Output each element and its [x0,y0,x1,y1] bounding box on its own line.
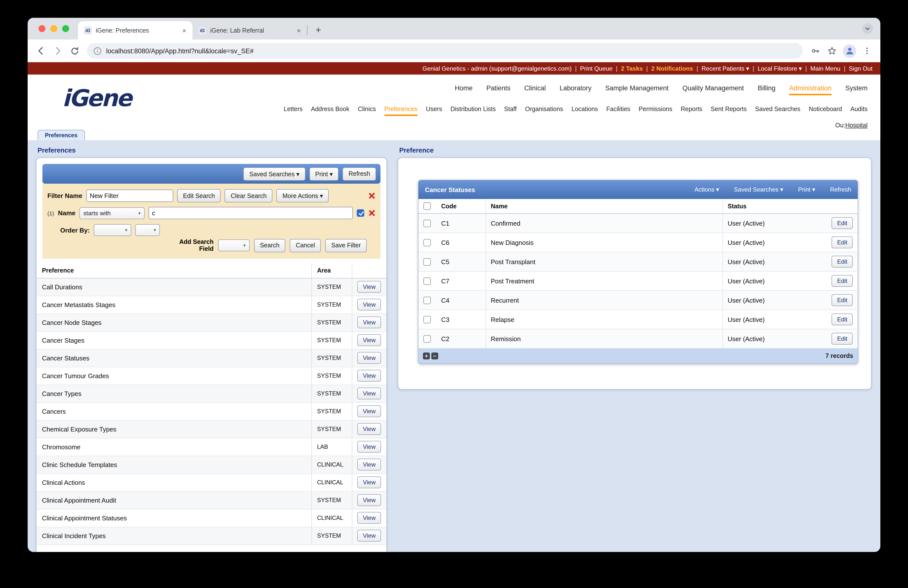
save-filter-button[interactable]: Save Filter [325,239,367,252]
edit-button[interactable]: Edit [832,217,853,229]
secondary-nav-noticeboard[interactable]: Noticeboard [809,106,842,116]
add-row-icon[interactable] [423,353,430,359]
back-icon[interactable] [34,43,48,58]
secondary-nav-address-book[interactable]: Address Book [311,106,349,116]
window-minimize-button[interactable] [50,25,57,32]
new-tab-button[interactable] [311,23,325,37]
primary-nav-system[interactable]: System [845,84,868,95]
tab-close-icon[interactable] [180,26,188,35]
remove-field-icon[interactable] [368,209,375,217]
secondary-nav-preferences[interactable]: Preferences [385,106,418,116]
igene-logo[interactable]: iGene [62,86,131,110]
profile-avatar-icon[interactable] [843,44,856,58]
secondary-nav-sent-reports[interactable]: Sent Reports [711,106,747,116]
view-button[interactable]: View [357,512,381,524]
secondary-nav-audits[interactable]: Audits [850,106,868,116]
edit-button[interactable]: Edit [832,256,853,267]
browser-tab-igene-lab-referral[interactable]: iGene: Lab Referral [192,21,307,40]
row-checkbox[interactable] [423,277,431,285]
edit-button[interactable]: Edit [832,333,853,345]
address-bar[interactable]: localhost:8080/App/App.html?null&locale=… [87,43,803,59]
view-button[interactable]: View [357,352,381,364]
row-checkbox[interactable] [423,297,431,304]
order-by-select[interactable] [94,224,131,236]
view-button[interactable]: View [357,281,381,293]
password-key-icon[interactable] [808,43,823,58]
edit-search-button[interactable]: Edit Search [177,189,221,202]
filter-name-input[interactable] [86,190,173,202]
view-button[interactable]: View [357,459,381,471]
secondary-nav-locations[interactable]: Locations [572,106,598,116]
edit-button[interactable]: Edit [832,237,853,248]
primary-nav-administration[interactable]: Administration [789,84,832,95]
secondary-nav-distribution-lists[interactable]: Distribution Lists [451,106,496,116]
primary-nav-home[interactable]: Home [455,84,473,95]
primary-nav-clinical[interactable]: Clinical [524,84,546,95]
edit-button[interactable]: Edit [832,275,853,287]
reload-icon[interactable] [67,43,82,58]
view-button[interactable]: View [357,441,381,453]
topbar-item-sign-out[interactable]: Sign Out [849,65,873,72]
secondary-nav-staff[interactable]: Staff [504,106,517,116]
primary-nav-quality-management[interactable]: Quality Management [683,84,744,95]
print-action[interactable]: Print ▾ [798,186,815,193]
saved-searches-action[interactable]: Saved Searches ▾ [734,186,783,193]
view-button[interactable]: View [357,388,381,400]
secondary-nav-reports[interactable]: Reports [681,106,702,116]
secondary-nav-letters[interactable]: Letters [284,106,303,116]
topbar-item-main-menu[interactable]: Main Menu [810,65,840,72]
primary-nav-billing[interactable]: Billing [758,84,776,95]
topbar-item-print-queue[interactable]: Print Queue [580,65,612,72]
row-checkbox[interactable] [423,220,431,227]
order-direction-select[interactable] [135,224,160,236]
row-checkbox[interactable] [423,316,431,323]
page-tab-preferences[interactable]: Preferences [37,130,85,140]
topbar-item-2-tasks[interactable]: 2 Tasks [621,65,643,72]
cancel-button[interactable]: Cancel [290,239,321,252]
ou-hospital-link[interactable]: Hospital [845,122,868,129]
view-button[interactable]: View [357,530,381,542]
row-checkbox[interactable] [423,335,431,343]
tab-close-icon[interactable] [295,26,303,35]
row-checkbox[interactable] [423,239,431,246]
secondary-nav-facilities[interactable]: Facilities [606,106,630,116]
topbar-item-local-filestore[interactable]: Local Filestore ▾ [758,65,802,72]
secondary-nav-organisations[interactable]: Organisations [525,106,563,116]
actions-action[interactable]: Actions ▾ [695,186,719,193]
search-value-input[interactable] [148,207,353,219]
bookmark-star-icon[interactable] [824,43,839,58]
secondary-nav-users[interactable]: Users [426,106,442,116]
row-checkbox[interactable] [423,258,431,266]
remove-row-icon[interactable] [431,353,438,359]
view-button[interactable]: View [357,335,381,346]
secondary-nav-saved-searches[interactable]: Saved Searches [755,106,800,116]
clear-search-button[interactable]: Clear Search [225,189,273,202]
edit-button[interactable]: Edit [832,314,853,325]
field-enabled-checkbox[interactable] [357,209,364,217]
edit-button[interactable]: Edit [832,294,853,306]
operator-select[interactable]: starts with [79,207,145,219]
primary-nav-laboratory[interactable]: Laboratory [560,84,591,95]
refresh-button[interactable]: Refresh [343,167,376,180]
secondary-nav-clinics[interactable]: Clinics [358,106,376,116]
view-button[interactable]: View [357,299,381,311]
view-button[interactable]: View [357,406,381,417]
window-close-button[interactable] [39,25,45,32]
view-button[interactable]: View [357,495,381,506]
view-button[interactable]: View [357,317,381,329]
add-search-field-select[interactable] [218,240,250,251]
refresh-action[interactable]: Refresh [830,186,851,193]
select-all-checkbox[interactable] [423,202,431,210]
primary-nav-patients[interactable]: Patients [486,84,510,95]
browser-menu-kebab-icon[interactable] [860,43,874,58]
topbar-item-2-notifications[interactable]: 2 Notifications [651,65,693,72]
tab-search-icon[interactable] [862,23,873,34]
topbar-item-recent-patients[interactable]: Recent Patients ▾ [702,65,749,72]
window-zoom-button[interactable] [62,25,69,32]
remove-filter-icon[interactable] [368,192,375,200]
site-info-icon[interactable] [94,47,101,55]
secondary-nav-permissions[interactable]: Permissions [639,106,672,116]
more-actions-button[interactable]: More Actions ▾ [277,189,329,202]
print-button[interactable]: Print ▾ [309,167,339,180]
forward-icon[interactable] [50,43,65,58]
